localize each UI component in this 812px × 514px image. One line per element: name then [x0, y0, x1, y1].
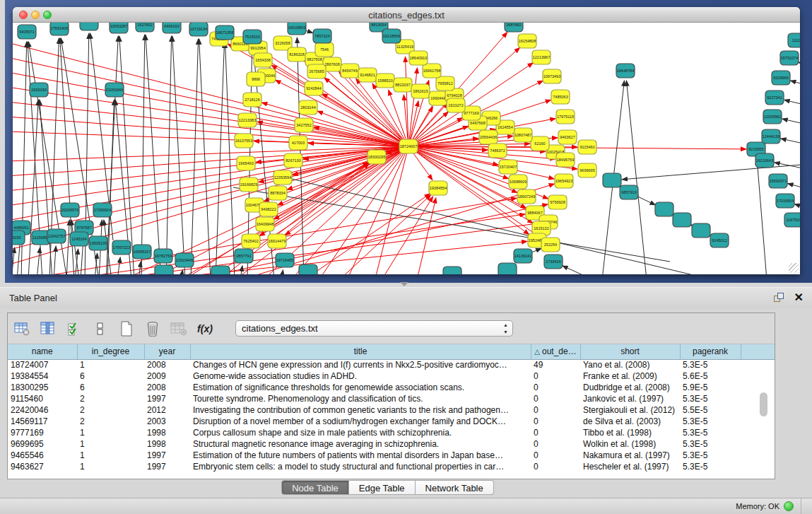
graph-node[interactable]: 20564436	[479, 130, 498, 144]
graph-node[interactable]: 8267130	[284, 153, 302, 168]
graph-node[interactable]: 7857224	[313, 29, 331, 43]
table-cell[interactable]	[741, 359, 775, 370]
table-cell[interactable]: 1	[77, 427, 144, 438]
table-cell[interactable]	[741, 382, 775, 393]
table-cell[interactable]: 49	[531, 359, 580, 370]
table-cell[interactable]: 5.3E-5	[680, 427, 741, 438]
graph-node[interactable]: 27691406	[50, 23, 69, 35]
table-cell[interactable]: Nakamura et al. (1997)	[580, 450, 680, 461]
table-cell[interactable]: 2	[77, 393, 144, 404]
graph-node[interactable]: 19384554	[429, 181, 447, 195]
table-cell[interactable]: 1998	[144, 427, 190, 438]
graph-node[interactable]: 16107553	[235, 134, 253, 148]
table-cell[interactable]: Genome-wide association studies in ADHD.	[190, 370, 531, 382]
graph-node[interactable]: 9699695	[578, 163, 596, 177]
graph-node[interactable]: 9242844	[305, 81, 323, 95]
graph-node[interactable]: 1990448	[429, 91, 447, 105]
graph-node[interactable]: 12942757	[47, 229, 66, 243]
close-panel-icon[interactable]: ✕	[794, 291, 804, 304]
graph-node[interactable]: 9896	[247, 72, 265, 86]
table-cell[interactable]: 0	[531, 416, 580, 427]
table-cell[interactable]	[741, 393, 775, 404]
table-cell[interactable]: 6	[77, 370, 144, 382]
graph-node[interactable]: 10653287	[110, 23, 128, 33]
column-header-year[interactable]: year	[144, 344, 190, 359]
table-source-select[interactable]: citations_edges.txt ▲ ▼	[235, 320, 513, 337]
graph-node[interactable]: 8878334	[269, 186, 287, 200]
table-cell[interactable]: 5.3E-5	[680, 393, 741, 404]
graph-node[interactable]: 1965493	[237, 156, 255, 170]
memory-status-icon[interactable]	[784, 501, 794, 511]
graph-node[interactable]: 13505135	[89, 236, 107, 250]
graph-node[interactable]	[211, 266, 230, 274]
table-cell[interactable]: de Silva et al. (2003)	[580, 416, 680, 427]
graph-node[interactable]: 12093582	[763, 110, 782, 124]
table-cell[interactable]: 5.3E-5	[680, 438, 741, 450]
graph-node[interactable]: 10973493	[543, 69, 561, 83]
graph-node[interactable]: 9498222	[259, 202, 278, 216]
table-cell[interactable]: 0	[531, 427, 580, 438]
graph-node[interactable]: 9463627	[558, 130, 577, 144]
function-builder-icon[interactable]: f(x)	[196, 320, 213, 337]
table-cell[interactable]: Yano et al. (2008)	[580, 359, 680, 370]
graph-node[interactable]: 2857791	[235, 249, 253, 263]
graph-node[interactable]: 20206576	[61, 203, 79, 217]
graph-node[interactable]: 11124	[788, 33, 800, 47]
table-cell[interactable]: 5.3E-5	[680, 450, 741, 461]
graph-node[interactable]: 2803144	[299, 100, 317, 115]
graph-node[interactable]: 10688609	[509, 175, 527, 189]
graph-node[interactable]: 19166829	[240, 177, 258, 192]
graph-node[interactable]: 39159	[13, 230, 25, 245]
graph-node[interactable]: 16671358	[216, 25, 234, 40]
graph-node[interactable]: 12353594	[273, 170, 292, 185]
graph-node[interactable]: 2675685	[307, 64, 326, 78]
graph-node[interactable]: 9756928	[548, 195, 567, 209]
network-window-titlebar[interactable]: citations_edges.txt	[13, 7, 800, 23]
graph-node[interactable]: 7515526	[243, 30, 261, 44]
graph-node[interactable]: 19716485	[276, 253, 294, 267]
float-window-icon[interactable]	[774, 293, 784, 303]
graph-node[interactable]: 2718126	[243, 93, 261, 107]
graph-node[interactable]: 10958167	[133, 245, 151, 259]
graph-node[interactable]: 19654923	[555, 174, 573, 188]
column-header-out_de[interactable]: △out_de…	[531, 344, 580, 359]
graph-node[interactable]: 15751074	[780, 51, 799, 65]
graph-node[interactable]: 9329966	[772, 71, 790, 85]
graph-node[interactable]: 2653190	[30, 83, 48, 97]
graph-node[interactable]: 17359924	[93, 203, 112, 217]
select-all-rows-icon[interactable]	[66, 320, 83, 337]
table-cell[interactable]: 5.6E-5	[680, 370, 741, 382]
table-cell[interactable]: 1997	[144, 461, 190, 472]
table-cell[interactable]: 0	[531, 450, 580, 461]
table-cell[interactable]: 1997	[144, 450, 190, 461]
table-cell[interactable]: Jankovic et al. (1997)	[580, 393, 680, 404]
create-column-icon[interactable]	[118, 320, 135, 337]
column-header-title[interactable]: title	[190, 344, 531, 359]
table-cell[interactable]: 9465546	[8, 450, 77, 461]
graph-node[interactable]: 1654338	[254, 53, 272, 67]
graph-node[interactable]: 16033809	[288, 23, 306, 35]
table-cell[interactable]: Estimation of the future numbers of pati…	[190, 450, 531, 461]
table-cell[interactable]: Structural magnetic resonance image aver…	[190, 438, 531, 450]
table-cell[interactable]	[741, 427, 775, 438]
table-cell[interactable]: 1997	[144, 393, 190, 404]
graph-node[interactable]: 1733426	[544, 255, 563, 269]
graph-node[interactable]: 7485063	[551, 90, 570, 104]
table-cell[interactable]: Disruption of a novel member of a sodium…	[190, 416, 531, 427]
graph-node[interactable]: 1145194	[70, 232, 88, 246]
graph-node[interactable]: 16782759	[154, 249, 172, 263]
graph-node[interactable]: 21053346	[105, 83, 124, 97]
graph-node[interactable]: 8454749	[341, 64, 359, 78]
table-cell[interactable]: 0	[531, 404, 580, 416]
graph-node[interactable]: 8822037	[394, 78, 412, 92]
table-cell[interactable]: 19384554	[8, 370, 77, 382]
table-cell[interactable]: 5.3E-5	[680, 416, 741, 427]
table-cell[interactable]: Wolkin et al. (1998)	[580, 438, 680, 450]
graph-node[interactable]: 17016504	[776, 194, 794, 208]
graph-node[interactable]: 9227341	[765, 90, 784, 105]
table-cell[interactable]: 5.5E-5	[680, 404, 741, 416]
column-header-short[interactable]: short	[580, 344, 680, 359]
table-cell[interactable]: Tourette syndrome. Phenomenology and cla…	[190, 393, 531, 404]
graph-node[interactable]: 16648784	[616, 64, 635, 78]
table-cell[interactable]: 2	[77, 416, 144, 427]
